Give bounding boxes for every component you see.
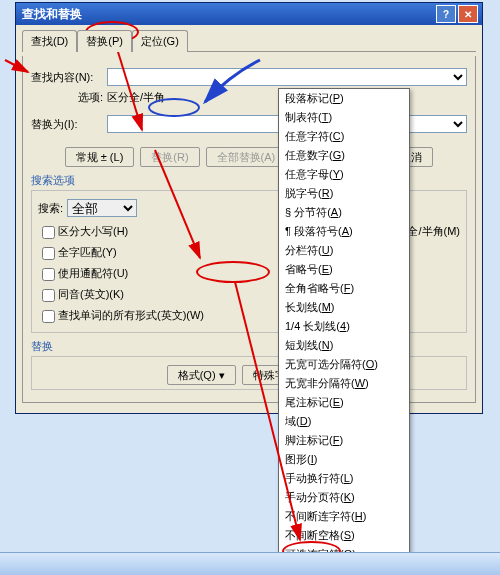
menu-item-17[interactable]: 域(D) <box>279 412 409 431</box>
dialog-title: 查找和替换 <box>22 6 82 23</box>
menu-item-3[interactable]: 任意数字(G) <box>279 146 409 165</box>
menu-item-10[interactable]: 全角省略号(F) <box>279 279 409 298</box>
menu-item-11[interactable]: 长划线(M) <box>279 298 409 317</box>
menu-item-7[interactable]: ¶ 段落符号(A) <box>279 222 409 241</box>
menu-item-5[interactable]: 脱字号(R) <box>279 184 409 203</box>
format-button[interactable]: 格式(Q) ▾ <box>167 365 236 385</box>
tab-strip: 查找(D) 替换(P) 定位(G) <box>22 29 476 52</box>
close-button[interactable]: ✕ <box>458 5 478 23</box>
menu-item-0[interactable]: 段落标记(P) <box>279 89 409 108</box>
replace-button[interactable]: 替换(R) <box>140 147 199 167</box>
menu-item-12[interactable]: 1/4 长划线(4) <box>279 317 409 336</box>
special-chars-menu: 段落标记(P)制表符(T)任意字符(C)任意数字(G)任意字母(Y)脱字号(R)… <box>278 88 410 568</box>
menu-item-8[interactable]: 分栏符(U) <box>279 241 409 260</box>
menu-item-1[interactable]: 制表符(T) <box>279 108 409 127</box>
menu-item-2[interactable]: 任意字符(C) <box>279 127 409 146</box>
menu-item-18[interactable]: 脚注标记(F) <box>279 431 409 450</box>
menu-item-14[interactable]: 无宽可选分隔符(O) <box>279 355 409 374</box>
replaceall-button[interactable]: 全部替换(A) <box>206 147 287 167</box>
normal-button[interactable]: 常规 ± (L) <box>65 147 135 167</box>
anno-circle-input <box>148 98 200 117</box>
menu-item-15[interactable]: 无宽非分隔符(W) <box>279 374 409 393</box>
menu-item-6[interactable]: § 分节符(A) <box>279 203 409 222</box>
menu-item-22[interactable]: 不间断连字符(H) <box>279 507 409 526</box>
menu-item-19[interactable]: 图形(I) <box>279 450 409 469</box>
find-replace-dialog: 查找和替换 ? ✕ 查找(D) 替换(P) 定位(G) 查找内容(N): 选项:… <box>15 2 483 414</box>
menu-item-23[interactable]: 不间断空格(S) <box>279 526 409 545</box>
menu-item-9[interactable]: 省略号(E) <box>279 260 409 279</box>
taskbar <box>0 552 500 575</box>
help-button[interactable]: ? <box>436 5 456 23</box>
menu-item-13[interactable]: 短划线(N) <box>279 336 409 355</box>
menu-item-21[interactable]: 手动分页符(K) <box>279 488 409 507</box>
menu-item-20[interactable]: 手动换行符(L) <box>279 469 409 488</box>
menu-item-16[interactable]: 尾注标记(E) <box>279 393 409 412</box>
titlebar[interactable]: 查找和替换 ? ✕ <box>16 3 482 25</box>
label-replacewith: 替换为(I): <box>31 117 103 132</box>
label-findwhat: 查找内容(N): <box>31 70 103 85</box>
tab-find[interactable]: 查找(D) <box>22 30 77 52</box>
find-input[interactable] <box>107 68 467 86</box>
menu-item-4[interactable]: 任意字母(Y) <box>279 165 409 184</box>
search-scope[interactable]: 全部 <box>67 199 137 217</box>
label-search: 搜索: <box>38 201 63 216</box>
tab-goto[interactable]: 定位(G) <box>132 30 188 52</box>
label-options: 选项: <box>31 90 103 105</box>
tab-replace[interactable]: 替换(P) <box>77 30 132 52</box>
